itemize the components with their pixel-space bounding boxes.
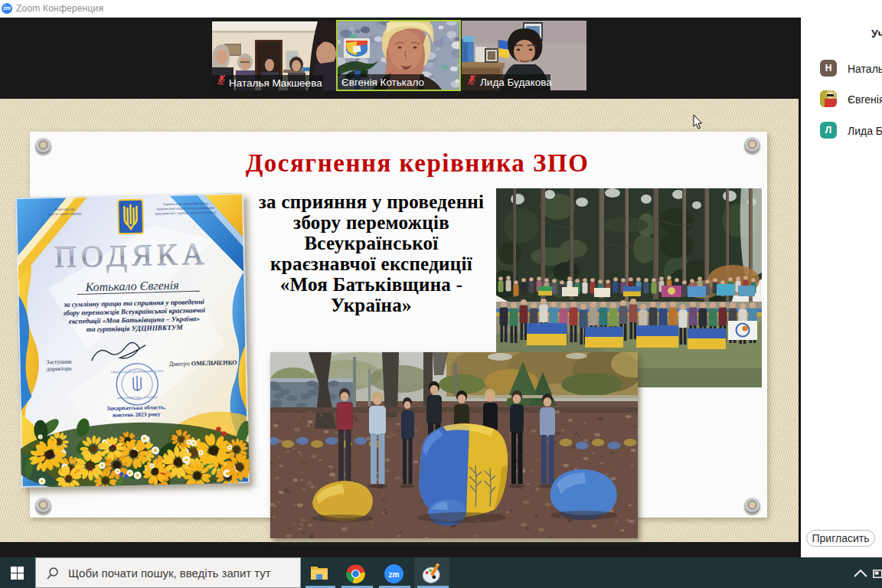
- svg-text:освіти і науки України: освіти і науки України: [47, 211, 82, 216]
- svg-text:Міністерство: Міністерство: [54, 207, 75, 212]
- svg-text:Дмитро ОМЕЛЬЧЕНКО: Дмитро ОМЕЛЬЧЕНКО: [169, 359, 237, 368]
- svg-text:zm: zm: [389, 570, 400, 579]
- svg-text:директора: директора: [47, 365, 72, 373]
- svg-text:ПОДЯКА: ПОДЯКА: [54, 237, 209, 274]
- svg-text:жовтень 2023 року: жовтень 2023 року: [113, 410, 161, 418]
- svg-text:Котькало Євгенія: Котькало Євгенія: [84, 279, 178, 294]
